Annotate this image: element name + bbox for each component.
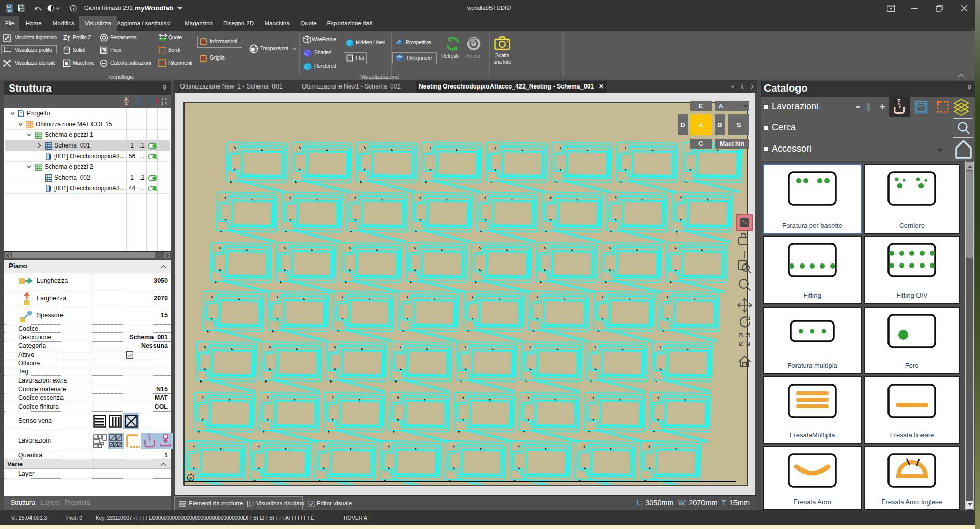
- svg-text:A: A: [189, 476, 192, 481]
- svg-text:A: A: [698, 121, 703, 129]
- svg-text:wl: wl: [7, 9, 11, 12]
- svg-text:C: C: [698, 140, 703, 148]
- svg-text:B: B: [717, 121, 722, 129]
- svg-text:S: S: [737, 121, 741, 129]
- svg-text:A: A: [718, 102, 723, 110]
- svg-text:3 4: 3 4: [161, 101, 167, 106]
- svg-text:Macchin: Macchin: [720, 140, 744, 148]
- svg-text:E: E: [699, 102, 703, 110]
- svg-text:D: D: [680, 121, 685, 129]
- svg-text:Z: Z: [63, 34, 67, 41]
- svg-text:1 2: 1 2: [161, 97, 167, 101]
